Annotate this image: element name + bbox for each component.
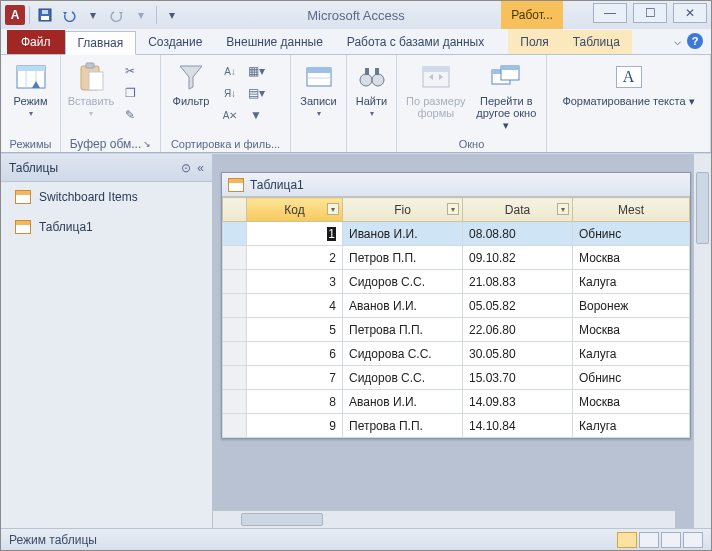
subwindow-title-bar[interactable]: Таблица1 bbox=[222, 173, 690, 197]
cell-id[interactable]: 6 bbox=[247, 342, 343, 366]
minimize-ribbon-icon[interactable]: ⌵ bbox=[674, 34, 681, 48]
horizontal-scrollbar[interactable] bbox=[213, 510, 675, 528]
nav-collapse-icon[interactable]: « bbox=[197, 161, 204, 175]
tab-fields[interactable]: Поля bbox=[508, 30, 561, 54]
minimize-button[interactable]: — bbox=[593, 3, 627, 23]
row-selector[interactable] bbox=[223, 294, 247, 318]
view-button[interactable]: Режим ▾ bbox=[7, 57, 54, 118]
cell-fio[interactable]: Петров П.П. bbox=[343, 246, 463, 270]
text-formatting-button[interactable]: A Форматирование текста ▾ bbox=[553, 57, 704, 107]
redo-icon[interactable] bbox=[106, 4, 128, 26]
cell-id[interactable]: 4 bbox=[247, 294, 343, 318]
row-selector[interactable] bbox=[223, 366, 247, 390]
records-button[interactable]: Записи ▾ bbox=[297, 57, 340, 118]
dialog-launcher-icon[interactable]: ↘ bbox=[143, 139, 151, 149]
table-row[interactable]: 9Петрова П.П.14.10.84Калуга bbox=[223, 414, 690, 438]
dropdown-icon[interactable]: ▾ bbox=[130, 4, 152, 26]
clear-sort-icon[interactable]: A✕ bbox=[219, 105, 241, 125]
nav-filter-dropdown-icon[interactable]: ⊙ bbox=[181, 161, 191, 175]
column-dropdown-icon[interactable]: ▾ bbox=[327, 203, 339, 215]
save-icon[interactable] bbox=[34, 4, 56, 26]
cell-mesto[interactable]: Обнинс bbox=[573, 222, 690, 246]
cell-mesto[interactable]: Калуга bbox=[573, 342, 690, 366]
row-selector[interactable] bbox=[223, 414, 247, 438]
find-button[interactable]: Найти ▾ bbox=[353, 57, 390, 118]
table-row[interactable]: 1Иванов И.И.08.08.80Обнинс bbox=[223, 222, 690, 246]
copy-icon[interactable]: ❐ bbox=[119, 83, 141, 103]
cell-data[interactable]: 09.10.82 bbox=[463, 246, 573, 270]
cell-data[interactable]: 21.08.83 bbox=[463, 270, 573, 294]
table-row[interactable]: 4Аванов И.И.05.05.82Воронеж bbox=[223, 294, 690, 318]
selection-filter-icon[interactable]: ▦▾ bbox=[245, 61, 267, 81]
cell-fio[interactable]: Петрова П.П. bbox=[343, 414, 463, 438]
cut-icon[interactable]: ✂ bbox=[119, 61, 141, 81]
row-selector[interactable] bbox=[223, 342, 247, 366]
maximize-button[interactable]: ☐ bbox=[633, 3, 667, 23]
cell-fio[interactable]: Иванов И.И. bbox=[343, 222, 463, 246]
column-dropdown-icon[interactable]: ▾ bbox=[557, 203, 569, 215]
cell-id[interactable]: 3 bbox=[247, 270, 343, 294]
column-dropdown-icon[interactable]: ▾ bbox=[447, 203, 459, 215]
column-header-fio[interactable]: Fio▾ bbox=[343, 198, 463, 222]
pivot-view-shortcut[interactable] bbox=[639, 532, 659, 548]
dropdown-icon[interactable]: ▾ bbox=[82, 4, 104, 26]
help-icon[interactable]: ? bbox=[687, 33, 703, 49]
filter-button[interactable]: Фильтр bbox=[167, 57, 215, 107]
cell-mesto[interactable]: Обнинс bbox=[573, 366, 690, 390]
cell-id[interactable]: 8 bbox=[247, 390, 343, 414]
cell-data[interactable]: 14.09.83 bbox=[463, 390, 573, 414]
column-header-mesto[interactable]: Mest bbox=[573, 198, 690, 222]
tab-home[interactable]: Главная bbox=[65, 31, 137, 55]
undo-icon[interactable] bbox=[58, 4, 80, 26]
cell-fio[interactable]: Сидоров С.С. bbox=[343, 270, 463, 294]
table-row[interactable]: 7Сидоров С.С.15.03.70Обнинс bbox=[223, 366, 690, 390]
cell-id[interactable]: 2 bbox=[247, 246, 343, 270]
tab-table[interactable]: Таблица bbox=[561, 30, 632, 54]
cell-id[interactable]: 9 bbox=[247, 414, 343, 438]
sort-desc-icon[interactable]: Я↓ bbox=[219, 83, 241, 103]
cell-fio[interactable]: Аванов И.И. bbox=[343, 294, 463, 318]
cell-fio[interactable]: Сидоров С.С. bbox=[343, 366, 463, 390]
select-all-corner[interactable] bbox=[223, 198, 247, 222]
table-row[interactable]: 3Сидоров С.С.21.08.83Калуга bbox=[223, 270, 690, 294]
table-row[interactable]: 2Петров П.П.09.10.82Москва bbox=[223, 246, 690, 270]
paste-button[interactable]: Вставить ▾ bbox=[67, 57, 115, 118]
table-row[interactable]: 5Петрова П.П.22.06.80Москва bbox=[223, 318, 690, 342]
toggle-filter-icon[interactable]: ▼ bbox=[245, 105, 267, 125]
tab-create[interactable]: Создание bbox=[136, 30, 214, 54]
nav-item[interactable]: Switchboard Items bbox=[1, 182, 212, 212]
cell-mesto[interactable]: Москва bbox=[573, 246, 690, 270]
row-selector[interactable] bbox=[223, 222, 247, 246]
cell-id[interactable]: 7 bbox=[247, 366, 343, 390]
table-row[interactable]: 6Сидорова С.С.30.05.80Калуга bbox=[223, 342, 690, 366]
sort-asc-icon[interactable]: A↓ bbox=[219, 61, 241, 81]
column-header-id[interactable]: Код▾ bbox=[247, 198, 343, 222]
cell-data[interactable]: 30.05.80 bbox=[463, 342, 573, 366]
tab-external-data[interactable]: Внешние данные bbox=[214, 30, 335, 54]
format-painter-icon[interactable]: ✎ bbox=[119, 105, 141, 125]
row-selector[interactable] bbox=[223, 270, 247, 294]
datasheet-view-shortcut[interactable] bbox=[617, 532, 637, 548]
tab-file[interactable]: Файл bbox=[7, 30, 65, 54]
cell-id[interactable]: 1 bbox=[247, 222, 343, 246]
cell-mesto[interactable]: Калуга bbox=[573, 270, 690, 294]
cell-fio[interactable]: Петрова П.П. bbox=[343, 318, 463, 342]
nav-pane-header[interactable]: Таблицы ⊙ « bbox=[1, 154, 212, 182]
row-selector[interactable] bbox=[223, 318, 247, 342]
access-app-icon[interactable] bbox=[5, 5, 25, 25]
cell-fio[interactable]: Сидорова С.С. bbox=[343, 342, 463, 366]
cell-mesto[interactable]: Воронеж bbox=[573, 294, 690, 318]
column-header-data[interactable]: Data▾ bbox=[463, 198, 573, 222]
chart-view-shortcut[interactable] bbox=[661, 532, 681, 548]
nav-item[interactable]: Таблица1 bbox=[1, 212, 212, 242]
row-selector[interactable] bbox=[223, 246, 247, 270]
cell-data[interactable]: 22.06.80 bbox=[463, 318, 573, 342]
cell-fio[interactable]: Аванов И.И. bbox=[343, 390, 463, 414]
switch-windows-button[interactable]: Перейти в другое окно ▾ bbox=[473, 57, 540, 131]
tab-database-tools[interactable]: Работа с базами данных bbox=[335, 30, 496, 54]
cell-mesto[interactable]: Калуга bbox=[573, 414, 690, 438]
cell-data[interactable]: 08.08.80 bbox=[463, 222, 573, 246]
cell-id[interactable]: 5 bbox=[247, 318, 343, 342]
vertical-scrollbar[interactable] bbox=[693, 154, 711, 528]
close-button[interactable]: ✕ bbox=[673, 3, 707, 23]
